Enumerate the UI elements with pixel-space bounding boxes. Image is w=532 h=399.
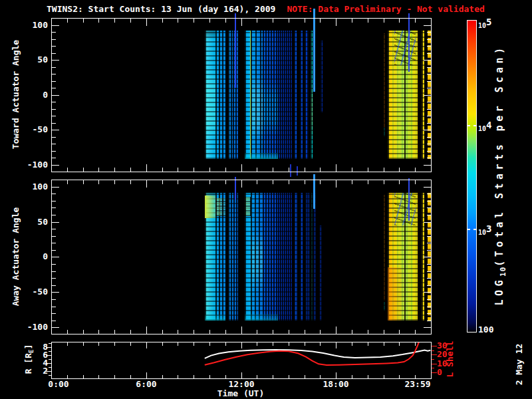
angle-tick-label: 50 xyxy=(20,55,48,65)
tick-mark xyxy=(399,19,400,23)
colorbar-tick-label: 100 xyxy=(478,325,493,334)
tick-mark xyxy=(52,165,59,166)
tick-mark xyxy=(130,330,131,334)
tick-mark xyxy=(178,180,178,184)
twins2-spectrogram-figure: TWINS2: Start Counts: 13 Jun (day 164), … xyxy=(0,0,532,399)
tick-mark xyxy=(257,330,257,334)
tick-mark xyxy=(209,168,210,172)
tick-mark xyxy=(427,32,431,33)
tick-mark xyxy=(289,19,289,23)
colorbar-tick-base: 10 xyxy=(478,125,486,132)
tick-mark xyxy=(52,81,56,82)
tick-mark xyxy=(384,330,384,334)
tick-mark xyxy=(427,81,431,82)
tick-mark xyxy=(52,299,56,300)
tick-mark xyxy=(194,168,194,172)
tick-mark xyxy=(427,250,431,251)
tick-mark xyxy=(424,257,431,257)
tick-mark xyxy=(399,168,400,172)
tick-mark xyxy=(52,194,56,194)
tick-mark xyxy=(473,229,476,230)
tick-mark xyxy=(209,330,210,334)
tick-mark xyxy=(52,130,59,130)
tick-mark xyxy=(52,67,56,68)
tick-mark xyxy=(273,19,273,23)
tick-mark xyxy=(52,74,56,74)
tick-mark xyxy=(427,74,431,74)
tick-mark xyxy=(52,278,56,279)
tick-mark xyxy=(467,125,470,126)
tick-mark xyxy=(162,19,163,23)
tick-mark xyxy=(305,168,305,172)
tick-mark xyxy=(52,307,56,307)
tick-mark xyxy=(432,346,437,346)
tick-mark xyxy=(130,168,131,172)
tick-mark xyxy=(52,243,56,243)
x-axis-title: Time (UT) xyxy=(217,389,264,398)
tick-mark xyxy=(162,330,163,334)
x-tick-label: 23:59 xyxy=(394,380,441,389)
tick-mark xyxy=(225,180,226,184)
preliminary-note: NOTE: Data Preliminary - Not validated xyxy=(287,4,484,14)
colorbar-tick-exp: 3 xyxy=(486,223,491,234)
tick-mark xyxy=(241,19,242,26)
tick-mark xyxy=(225,330,226,334)
tick-mark xyxy=(49,351,51,352)
tick-mark xyxy=(432,372,437,373)
tick-mark xyxy=(399,330,400,334)
tick-mark xyxy=(225,19,226,23)
tick-mark xyxy=(49,343,51,344)
tick-mark xyxy=(424,165,431,166)
tick-mark xyxy=(273,168,273,172)
tick-mark xyxy=(427,207,431,208)
tick-mark xyxy=(273,180,273,184)
colorbar-tick-label: 105 xyxy=(478,17,491,31)
tick-mark xyxy=(194,19,194,23)
tick-mark xyxy=(368,180,368,184)
tick-mark xyxy=(225,168,226,172)
tick-mark xyxy=(415,180,416,184)
tick-mark xyxy=(52,53,56,54)
x-tick-label: 12:00 xyxy=(218,380,265,389)
angle-tick-label: -50 xyxy=(20,287,48,297)
tick-mark xyxy=(52,39,56,40)
colorbar-tick-exp: 4 xyxy=(486,120,491,130)
tick-mark xyxy=(415,19,416,23)
tick-mark xyxy=(368,330,368,334)
tick-mark xyxy=(427,271,431,272)
angle-tick-label: -100 xyxy=(20,160,48,170)
tick-mark xyxy=(427,46,431,47)
tick-mark xyxy=(146,164,147,172)
tick-mark xyxy=(427,278,431,279)
tick-mark xyxy=(49,359,51,360)
angle-tick-label: -100 xyxy=(20,323,48,332)
tick-mark xyxy=(427,102,431,102)
figure-title-row: TWINS2: Start Counts: 13 Jun (day 164), … xyxy=(47,5,485,14)
tick-mark xyxy=(427,88,431,88)
tick-mark xyxy=(289,168,289,172)
tick-mark xyxy=(368,19,368,23)
tick-mark xyxy=(424,292,431,293)
lshell-tick-label: 0 xyxy=(437,368,457,377)
tick-mark xyxy=(114,19,115,23)
tick-mark xyxy=(114,180,115,184)
tick-mark xyxy=(473,125,476,126)
away-axis-title: Away Actuator Angle xyxy=(11,207,21,307)
tick-mark xyxy=(67,168,68,172)
tick-mark xyxy=(368,168,368,172)
tick-mark xyxy=(432,364,437,364)
tick-mark xyxy=(241,327,242,334)
tick-mark xyxy=(273,330,273,334)
tick-mark xyxy=(52,201,56,201)
tick-mark xyxy=(427,151,431,152)
tick-mark xyxy=(424,187,431,188)
tick-mark xyxy=(52,257,59,257)
tick-mark xyxy=(424,130,431,130)
tick-mark xyxy=(427,299,431,300)
tick-mark xyxy=(289,330,289,334)
tick-mark xyxy=(257,168,257,172)
tick-mark xyxy=(209,180,210,184)
tick-mark xyxy=(98,19,99,23)
curve-l-shell xyxy=(205,342,420,365)
tick-mark xyxy=(130,19,131,23)
